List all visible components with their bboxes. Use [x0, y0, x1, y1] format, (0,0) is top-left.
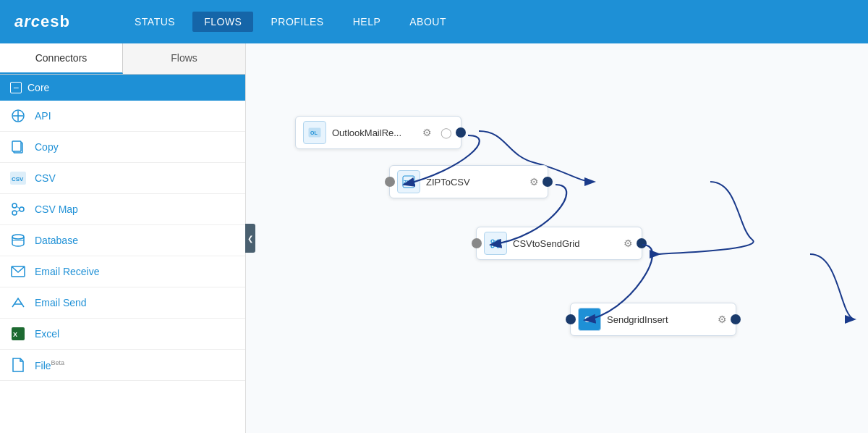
- node-outlook-circle[interactable]: ◯: [439, 125, 454, 140]
- sidebar-item-csv[interactable]: CSV CSV: [0, 163, 245, 194]
- database-label: Database: [35, 235, 78, 246]
- node-ziptocsv-dot-left: [385, 177, 395, 187]
- node-sendgridinsert[interactable]: C SendgridInsert ⚙: [570, 303, 736, 336]
- svg-point-22: [491, 240, 494, 243]
- section-core[interactable]: − Core: [0, 75, 245, 101]
- flow-canvas[interactable]: OL OutlookMailRe... ⚙ ◯ ZIP ZIPToCSV ⚙ C…: [246, 43, 868, 433]
- node-sendgridinsert-dot-right: [731, 314, 741, 324]
- sidebar-tabs: Connectors Flows: [0, 43, 245, 75]
- sidebar-item-email-receive[interactable]: Email Receive: [0, 256, 245, 287]
- beta-badge: Beta: [51, 359, 65, 366]
- sidebar-item-database[interactable]: Database: [0, 225, 245, 256]
- main-nav: STATUS FLOWS PROFILES HELP ABOUT: [123, 12, 458, 32]
- node-outlook-dot-right: [456, 127, 466, 138]
- node-sendgridinsert-gear[interactable]: ⚙: [716, 312, 728, 327]
- tab-connectors[interactable]: Connectors: [0, 43, 123, 74]
- header: arcesb STATUS FLOWS PROFILES HELP ABOUT: [0, 0, 868, 43]
- sidebar-item-api[interactable]: API: [0, 101, 245, 132]
- csv-label: CSV: [35, 172, 56, 184]
- database-icon: [10, 232, 26, 248]
- sidebar-item-file[interactable]: FileBeta: [0, 350, 245, 381]
- svg-point-8: [20, 207, 24, 211]
- main-content: Connectors Flows − Core API C: [0, 43, 868, 433]
- csvsendgrid-icon-box: [484, 232, 507, 255]
- excel-icon: X: [10, 326, 26, 342]
- node-outlook[interactable]: OL OutlookMailRe... ⚙ ◯: [295, 116, 461, 149]
- svg-line-11: [17, 210, 20, 212]
- sidebar-content: − Core API Copy CSV: [0, 75, 245, 433]
- svg-line-10: [17, 206, 20, 209]
- nav-flows[interactable]: FLOWS: [192, 12, 253, 32]
- svg-rect-4: [12, 141, 21, 151]
- node-csvsendgrid-label: CSVtoSendGrid: [513, 238, 616, 249]
- email-send-icon: [10, 295, 26, 311]
- copy-label: Copy: [35, 141, 59, 153]
- node-outlook-gear[interactable]: ⚙: [421, 125, 433, 140]
- email-receive-icon: [10, 264, 26, 279]
- api-icon: [10, 108, 26, 124]
- sidebar-item-copy[interactable]: Copy: [0, 132, 245, 163]
- svg-text:C: C: [584, 315, 590, 324]
- sidebar-item-csvmap[interactable]: CSV Map: [0, 194, 245, 225]
- sidebar: Connectors Flows − Core API C: [0, 43, 246, 433]
- ziptocsv-icon-box: ZIP: [397, 170, 420, 193]
- node-sendgridinsert-label: SendgridInsert: [607, 314, 710, 325]
- node-csvsendgrid-dot-right: [637, 238, 647, 248]
- node-outlook-label: OutlookMailRe...: [332, 127, 415, 138]
- excel-label: Excel: [35, 328, 59, 340]
- file-label: FileBeta: [35, 359, 64, 371]
- svg-point-24: [491, 245, 494, 248]
- sidebar-collapse-toggle[interactable]: ❮: [245, 224, 255, 253]
- node-ziptocsv[interactable]: ZIP ZIPToCSV ⚙: [389, 165, 548, 198]
- svg-text:X: X: [13, 331, 17, 338]
- sidebar-item-email-send[interactable]: Email Send: [0, 287, 245, 319]
- nav-profiles[interactable]: PROFILES: [259, 12, 335, 32]
- logo: arcesb: [14, 12, 94, 31]
- section-core-label: Core: [27, 82, 49, 93]
- csvmap-icon: [10, 201, 26, 217]
- svg-point-7: [12, 203, 17, 208]
- sidebar-item-excel[interactable]: X Excel: [0, 319, 245, 350]
- email-receive-label: Email Receive: [35, 266, 99, 277]
- node-csvsendgrid-dot-left: [472, 238, 482, 248]
- copy-icon: [10, 139, 26, 155]
- csv-icon: CSV: [10, 170, 26, 186]
- node-ziptocsv-gear[interactable]: ⚙: [528, 175, 540, 189]
- api-label: API: [35, 110, 51, 122]
- tab-flows[interactable]: Flows: [123, 43, 245, 74]
- svg-point-23: [497, 240, 500, 243]
- collapse-core-icon: −: [10, 82, 22, 93]
- email-send-label: Email Send: [35, 297, 87, 308]
- nav-status[interactable]: STATUS: [123, 12, 187, 32]
- svg-text:CSV: CSV: [12, 176, 24, 182]
- node-csvsendgrid[interactable]: CSVtoSendGrid ⚙: [476, 227, 642, 260]
- node-sendgridinsert-dot-left: [566, 314, 576, 324]
- outlook-icon-box: OL: [303, 121, 326, 144]
- file-icon: [10, 357, 26, 373]
- sendgridinsert-icon-box: C: [578, 308, 601, 331]
- node-csvsendgrid-gear[interactable]: ⚙: [622, 236, 634, 251]
- svg-point-9: [12, 211, 17, 215]
- svg-text:OL: OL: [310, 130, 318, 135]
- csvmap-label: CSV Map: [35, 203, 78, 215]
- node-ziptocsv-label: ZIPToCSV: [426, 177, 522, 188]
- svg-text:ZIP: ZIP: [404, 180, 412, 185]
- svg-point-12: [12, 235, 24, 239]
- svg-point-25: [497, 245, 500, 248]
- nav-help[interactable]: HELP: [341, 12, 393, 32]
- node-ziptocsv-dot-right: [542, 177, 553, 187]
- nav-about[interactable]: ABOUT: [398, 12, 458, 32]
